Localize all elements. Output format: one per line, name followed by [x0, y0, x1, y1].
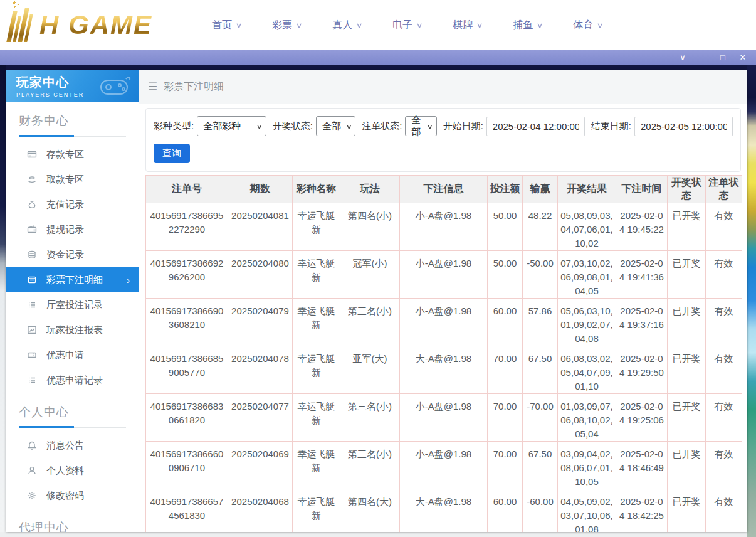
chevron-down-icon: ∨: [345, 123, 352, 130]
hamburger-icon[interactable]: ☰: [148, 80, 157, 93]
table-header-cell: 彩种名称: [293, 176, 340, 203]
table-cell: 幸运飞艇新: [293, 299, 340, 346]
table-cell: 小-A盘@1.98: [400, 299, 488, 346]
table-cell: 有效: [706, 203, 742, 251]
lottery-type-label: 彩种类型:: [154, 120, 194, 132]
table-cell: 401569173866859005770: [146, 346, 228, 394]
nav-item-label: 体育: [573, 19, 593, 32]
table-cell: 幸运飞艇新: [293, 489, 340, 533]
table-row: 40156917386692962620020250204080幸运飞艇新冠军(…: [146, 251, 742, 299]
maximize-icon[interactable]: □: [717, 53, 728, 61]
bet-table: 注单号期数彩种名称玩法下注信息投注额输赢开奖结果下注时间开奖状态注单状态 401…: [145, 175, 742, 532]
nav-item-3[interactable]: 电子∨: [392, 19, 422, 32]
order-status-select[interactable]: 全部 ∨: [405, 116, 436, 136]
table-header-cell: 投注额: [488, 176, 523, 203]
sidebar-item-label: 厅室投注记录: [46, 299, 103, 311]
funds-record-icon: [26, 250, 37, 260]
sidebar-item-deposit[interactable]: 存款专区: [6, 142, 139, 167]
table-cell: -60.00: [523, 489, 558, 533]
nav-item-label: 彩票: [272, 19, 292, 32]
sidebar-item-label: 彩票下注明细: [46, 274, 103, 286]
table-cell: 2025-02-04 19:45:22: [616, 203, 668, 251]
window-bottom-edge: [0, 532, 747, 537]
table-header-cell: 开奖状态: [668, 176, 706, 203]
sidebar-item-lottery-bet-detail[interactable]: 彩票下注明细›: [6, 267, 139, 292]
chevron-down-icon[interactable]: ∨: [677, 53, 688, 61]
table-header-row: 注单号期数彩种名称玩法下注信息投注额输赢开奖结果下注时间开奖状态注单状态: [146, 176, 742, 203]
start-date-label: 开始日期:: [443, 120, 483, 132]
logo-mark: [6, 8, 39, 42]
sidebar-item-withdraw[interactable]: 取款专区: [6, 167, 139, 192]
sidebar-item-hall-bet-record[interactable]: 厅室投注记录: [6, 292, 139, 317]
sidebar-item-player-bet-report[interactable]: 玩家投注报表: [6, 317, 139, 343]
table-cell: 20250204078: [228, 346, 293, 394]
nav-item-0[interactable]: 首页∨: [212, 19, 241, 32]
sidebar-item-funds-record[interactable]: 资金记录: [6, 242, 139, 267]
table-cell: 20250204077: [228, 394, 293, 442]
close-icon[interactable]: ✕: [737, 53, 748, 61]
sidebar-item-person[interactable]: 个人资料: [6, 458, 139, 483]
nav-item-label: 电子: [392, 19, 412, 32]
chevron-down-icon: ∨: [537, 21, 543, 29]
withdrawal-record-icon: [26, 225, 37, 235]
nav-item-4[interactable]: 棋牌∨: [453, 19, 482, 32]
table-cell: 小-A盘@1.98: [400, 442, 488, 489]
desktop-wallpaper-left-strip: [0, 65, 6, 537]
sidebar-item-promo-apply[interactable]: 优惠申请: [6, 343, 139, 368]
sidebar-item-gear[interactable]: 修改密码: [6, 483, 139, 508]
table-cell: 20250204081: [228, 203, 293, 251]
table-row: 40156917386685900577020250204078幸运飞艇新亚军(…: [146, 346, 742, 394]
chevron-down-icon: ∨: [295, 21, 302, 29]
sidebar-item-label: 充值记录: [46, 199, 84, 211]
nav-item-label: 真人: [332, 19, 352, 32]
sidebar-item-label: 资金记录: [46, 249, 84, 261]
table-cell: 有效: [706, 489, 742, 533]
table-row: 40156917386660090671020250204069幸运飞艇新第三名…: [146, 442, 742, 489]
nav-item-label: 首页: [212, 19, 232, 32]
table-cell: 401569173866903608210: [146, 299, 228, 346]
section-underline: [19, 427, 126, 428]
logo-text: H GAME: [39, 12, 152, 38]
page-title: 彩票下注明细: [164, 80, 224, 93]
table-cell: 已开奖: [668, 394, 706, 442]
sidebar-item-bell[interactable]: 消息公告: [6, 433, 139, 458]
nav-item-5[interactable]: 捕鱼∨: [513, 19, 542, 32]
table-cell: 小-A盘@1.98: [400, 394, 488, 442]
chevron-down-icon: ∨: [597, 21, 604, 29]
gear-icon: [26, 491, 37, 501]
desktop-wallpaper-right-strip: [747, 65, 756, 537]
main-nav: 首页∨彩票∨真人∨电子∨棋牌∨捕鱼∨体育∨: [212, 0, 602, 50]
deposit-icon: [26, 149, 37, 160]
draw-status-select[interactable]: 全部 ∨: [316, 116, 355, 136]
table-cell: 已开奖: [668, 251, 706, 299]
sidebar-item-withdrawal-record[interactable]: 提现记录: [6, 217, 139, 242]
sidebar-item-recharge-record[interactable]: 充值记录: [6, 192, 139, 217]
nav-item-1[interactable]: 彩票∨: [272, 19, 302, 32]
top-nav-bar: H GAME 首页∨彩票∨真人∨电子∨棋牌∨捕鱼∨体育∨: [0, 0, 756, 50]
lottery-type-select[interactable]: 全部彩种 ∨: [197, 116, 266, 136]
table-cell: 401569173866574561830: [146, 489, 228, 533]
sidebar-section-header: 财务中心: [6, 102, 139, 137]
chevron-down-icon: ∨: [235, 21, 242, 29]
end-date-input[interactable]: [634, 117, 733, 136]
table-row: 40156917386683066182020250204077幸运飞艇新第三名…: [146, 394, 742, 442]
table-cell: 70.00: [488, 394, 523, 442]
sidebar: 玩家中心 PLAYERS CENTER 财务中心存款专区取款专区充值记录提现记录…: [6, 70, 139, 532]
sidebar-section-header: 个人中心: [6, 393, 139, 428]
sidebar-item-promo-apply-record[interactable]: 优惠申请记录: [6, 368, 139, 393]
table-cell: 20250204068: [228, 489, 293, 533]
minimize-icon[interactable]: —: [697, 53, 708, 61]
sidebar-item-label: 个人资料: [46, 465, 84, 477]
table-cell: 01,03,09,07,06,08,10,02,05,04: [558, 394, 616, 442]
nav-item-2[interactable]: 真人∨: [332, 19, 362, 32]
draw-status-label: 开奖状态:: [273, 120, 313, 132]
start-date-input[interactable]: [486, 117, 585, 136]
table-row: 40156917386695227229020250204081幸运飞艇新第四名…: [146, 203, 742, 251]
promo-apply-record-icon: [26, 375, 37, 386]
table-cell: 05,06,03,10,01,09,02,07,04,08: [558, 299, 616, 346]
nav-item-6[interactable]: 体育∨: [573, 19, 602, 32]
table-cell: -50.00: [523, 251, 558, 299]
search-button[interactable]: 查询: [154, 144, 190, 163]
table-cell: 有效: [706, 394, 742, 442]
table-header-cell: 玩法: [340, 176, 400, 203]
